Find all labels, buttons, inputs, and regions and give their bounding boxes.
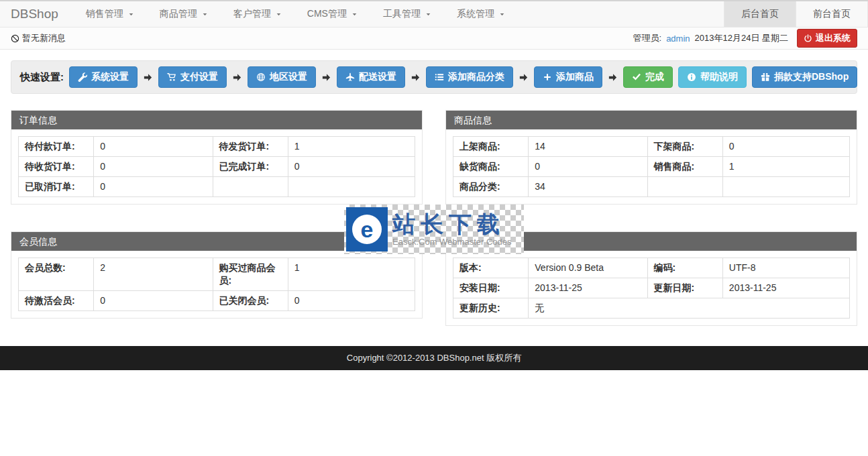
value-cell: 0 <box>94 157 213 177</box>
brand-logo[interactable]: DBShop <box>0 1 73 27</box>
value-cell: 2 <box>94 258 213 291</box>
label-cell <box>213 177 288 197</box>
nav-menu-label: 工具管理 <box>383 8 421 20</box>
admin-username-link[interactable]: admin <box>666 34 690 44</box>
value-cell: 0 <box>94 177 213 197</box>
panel-orders-title: 订单信息 <box>11 111 422 129</box>
table-row: 待激活会员:0已关闭会员:0 <box>19 291 415 311</box>
tab-backend-home[interactable]: 后台首页 <box>724 1 796 27</box>
nav-menu-sales[interactable]: 销售管理 <box>73 1 147 27</box>
label-cell: 缺货商品: <box>453 157 529 177</box>
nav-menu-customer[interactable]: 客户管理 <box>221 1 294 27</box>
nav-menu-system[interactable]: 系统管理 <box>444 1 518 27</box>
label-cell: 会员总数: <box>19 258 94 291</box>
label-cell: 安装日期: <box>453 278 529 298</box>
watermark-logo-letter: e <box>361 218 374 241</box>
value-cell: 无 <box>529 298 850 319</box>
label-cell: 购买过商品会员: <box>213 258 288 291</box>
value-cell: 0 <box>288 291 415 311</box>
status-bar: 暂无新消息 管理员: admin 2013年12月24日 星期二 退出系统 <box>0 27 868 50</box>
panel-system-body: 版本:Version 0.9 Beta编码:UTF-8安装日期:2013-11-… <box>446 251 857 325</box>
label-cell: 待发货订单: <box>213 137 288 157</box>
nav-menu-cms[interactable]: CMS管理 <box>294 1 370 27</box>
status-right: 管理员: admin 2013年12月24日 星期二 退出系统 <box>633 29 858 48</box>
table-row: 安装日期:2013-11-25更新日期:2013-11-25 <box>453 278 850 298</box>
donate-button-label: 捐款支持DBShop <box>774 71 849 83</box>
status-message: 暂无新消息 <box>11 32 66 44</box>
panel-products-title: 商品信息 <box>446 111 857 129</box>
nav-tabs: 后台首页前台首页 <box>724 1 868 27</box>
caret-down-icon <box>276 11 282 17</box>
region-settings-button[interactable]: 地区设置 <box>248 66 316 88</box>
label-cell: 待付款订单: <box>19 137 94 157</box>
value-cell: 0 <box>94 137 213 157</box>
value-cell: 2013-11-25 <box>529 278 647 298</box>
arrow-right-icon <box>519 72 529 82</box>
add-category-button-label: 添加商品分类 <box>448 71 504 83</box>
payment-settings-button-label: 支付设置 <box>180 71 218 83</box>
caret-down-icon <box>499 11 505 17</box>
logout-button[interactable]: 退出系统 <box>797 29 857 48</box>
label-cell: 已取消订单: <box>19 177 94 197</box>
label-cell: 待收货订单: <box>19 157 94 177</box>
watermark-title: 站长下载 <box>392 212 512 237</box>
system-settings-button-label: 系统设置 <box>91 71 129 83</box>
caret-down-icon <box>128 11 134 17</box>
help-button-label: 帮助说明 <box>700 71 738 83</box>
table-row: 商品分类:34 <box>453 177 850 197</box>
current-date: 2013年12月24日 星期二 <box>695 32 788 44</box>
payment-settings-button[interactable]: 支付设置 <box>158 66 227 88</box>
donate-button[interactable]: 捐款支持DBShop <box>752 66 857 88</box>
globe-icon <box>256 72 266 82</box>
table-row: 上架商品:14下架商品:0 <box>453 137 850 157</box>
value-cell: 1 <box>288 137 415 157</box>
footer-bar: Copyright ©2012-2013 DBShop.net 版权所有 <box>0 346 868 370</box>
nav-menu-goods[interactable]: 商品管理 <box>147 1 221 27</box>
label-cell: 更新日期: <box>647 278 722 298</box>
wrench-icon <box>78 72 87 82</box>
caret-down-icon <box>202 11 208 17</box>
slash-circle-icon <box>11 34 19 43</box>
value-cell: 1 <box>288 258 415 291</box>
shipping-settings-button[interactable]: 配送设置 <box>337 66 405 88</box>
arrow-right-icon <box>608 72 618 82</box>
finish-button[interactable]: 完成 <box>623 66 673 88</box>
main-content: 快速设置: 系统设置支付设置地区设置配送设置添加商品分类添加商品完成帮助说明捐款… <box>0 50 868 337</box>
label-cell: 待激活会员: <box>19 291 94 311</box>
label-cell: 销售商品: <box>647 157 722 177</box>
value-cell: 0 <box>288 157 415 177</box>
label-cell: 已完成订单: <box>213 157 288 177</box>
value-cell: UTF-8 <box>722 258 849 278</box>
value-cell: 34 <box>529 177 647 197</box>
system-settings-button[interactable]: 系统设置 <box>69 66 138 88</box>
logout-label: 退出系统 <box>816 32 851 44</box>
info-table: 待付款订单:0待发货订单:1待收货订单:0已完成订单:0已取消订单:0 <box>18 136 415 197</box>
help-button[interactable]: 帮助说明 <box>678 66 747 88</box>
tab-frontend-home[interactable]: 前台首页 <box>796 1 868 27</box>
nav-menu-tools[interactable]: 工具管理 <box>370 1 444 27</box>
value-cell: 0 <box>529 157 647 177</box>
nav-menu-label: 客户管理 <box>233 8 271 20</box>
tab-label: 前台首页 <box>813 8 851 20</box>
admin-label: 管理员: <box>633 32 662 44</box>
quick-settings-bar: 快速设置: 系统设置支付设置地区设置配送设置添加商品分类添加商品完成帮助说明捐款… <box>11 60 857 94</box>
shipping-settings-button-label: 配送设置 <box>359 71 396 83</box>
info-table: 版本:Version 0.9 Beta编码:UTF-8安装日期:2013-11-… <box>453 258 850 319</box>
gift-icon <box>761 72 770 82</box>
add-category-button[interactable]: 添加商品分类 <box>426 66 513 88</box>
watermark-subtitle: Easck.Com Webmaster Codes <box>392 237 512 247</box>
nav-menu-label: 销售管理 <box>86 8 123 20</box>
value-cell: 0 <box>722 137 849 157</box>
arrow-right-icon <box>411 72 421 82</box>
status-message-text: 暂无新消息 <box>22 32 66 44</box>
value-cell: 2013-11-25 <box>722 278 849 298</box>
copyright-text: Copyright ©2012-2013 DBShop.net 版权所有 <box>347 352 521 364</box>
add-product-button[interactable]: 添加商品 <box>534 66 602 88</box>
nav-menu-label: CMS管理 <box>307 8 347 20</box>
value-cell <box>722 177 849 197</box>
power-icon <box>804 34 812 43</box>
panel-products: 商品信息上架商品:14下架商品:0缺货商品:0销售商品:1商品分类:34 <box>445 110 857 205</box>
table-row: 更新历史:无 <box>453 298 850 319</box>
arrow-right-icon <box>321 72 331 82</box>
table-row: 会员总数:2购买过商品会员:1 <box>19 258 415 291</box>
